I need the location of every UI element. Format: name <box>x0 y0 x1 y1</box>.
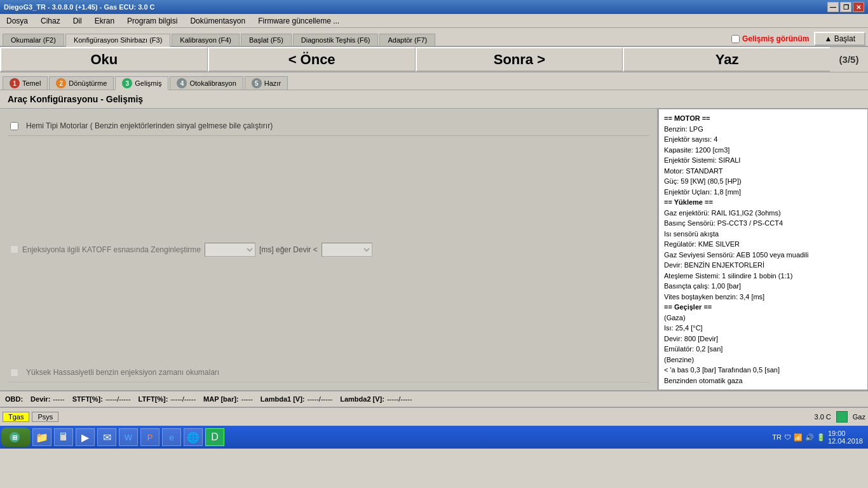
lambda1-item: Lambda1 [V]: -----/----- <box>261 395 332 403</box>
app-title: DiegoG3_TR - 3.0.8.0 (+1.45) - Gas ECU: … <box>4 3 155 11</box>
taskbar-icon-folder[interactable]: 📁 <box>32 428 51 446</box>
map-item: MAP [bar]: ----- <box>203 395 253 403</box>
obd-label: OBD: <box>5 395 23 403</box>
taskbar-row: Tgas Psys 3.0 C Gaz <box>0 407 868 426</box>
step-badge-3: 3 <box>122 78 132 88</box>
info-line: Basınçta çalış: 1,00 [bar] <box>664 281 862 292</box>
menu-firmware[interactable]: Firmware güncelleme ... <box>254 15 343 27</box>
katoff-select2[interactable] <box>322 243 372 257</box>
yuksek-option-row: Yüksek Hassasiyetli benzin enjeksiyon za… <box>8 363 649 383</box>
tab-kalibrasyon[interactable]: Kalibrasyon (F4) <box>172 34 240 46</box>
title-bar: DiegoG3_TR - 3.0.8.0 (+1.45) - Gas ECU: … <box>0 0 868 14</box>
step-label-1: Temel <box>22 79 41 87</box>
status-bar: OBD: Devir: ----- STFT[%]: -----/----- L… <box>0 390 868 407</box>
step-badge-4: 4 <box>177 78 187 88</box>
katoff-ms-label: [ms] eğer Devir < <box>259 245 318 254</box>
oku-button[interactable]: Oku <box>0 47 208 72</box>
info-line: Benzinden otomatik gaza <box>664 376 862 386</box>
once-button[interactable]: < Önce <box>208 47 416 72</box>
step-tab-hazir[interactable]: 5 Hazır <box>245 76 288 90</box>
devir-item: Devir: ----- <box>31 395 65 403</box>
info-line: Basınç Sensörü: PS-CCT3 / PS-CCT4 <box>664 218 862 229</box>
info-line: Ateşleme Sistemi: 1 silindire 1 bobin (1… <box>664 271 862 281</box>
close-button[interactable]: ✕ <box>853 2 864 12</box>
taskbar-icon-email[interactable]: ✉ <box>97 428 116 446</box>
info-line: Vites boştayken benzin: 3,4 [ms] <box>664 292 862 302</box>
left-panel: Hemi Tipi Motorlar ( Benzin enjektörleri… <box>0 109 658 390</box>
psys-button[interactable]: Psys <box>32 412 58 422</box>
taskbar-icon-word[interactable]: W <box>119 428 138 446</box>
stft-item: STFT[%]: -----/----- <box>72 395 131 403</box>
page-title: Araç Konfigürasyonu - Gelişmiş <box>0 90 868 109</box>
taskbar-icon-chrome[interactable]: 🌐 <box>184 428 203 446</box>
step-tab-otokalib[interactable]: 4 Otokalibrasyon <box>170 76 243 90</box>
tgas-button[interactable]: Tgas <box>3 412 29 422</box>
volume-icon: 🔊 <box>805 433 814 442</box>
info-line: < 'a bas 0,3 [bar] Tarafından 0,5 [san] <box>664 365 862 376</box>
menu-cihaz[interactable]: Cihaz <box>37 15 64 27</box>
info-line: Devir: 800 [Devir] <box>664 334 862 344</box>
menu-dil[interactable]: Dil <box>69 15 86 27</box>
advanced-checkbox[interactable] <box>731 35 740 43</box>
katoff-checkbox[interactable] <box>10 245 18 254</box>
menu-dokum[interactable]: Dokümentasyon <box>186 15 249 27</box>
info-line: == Geçişler == <box>664 302 862 313</box>
info-line: Güç: 59 [KW] (80,5 [HP]) <box>664 176 862 187</box>
toolbar-counter: (3/5) <box>830 47 868 72</box>
yuksek-label: Yüksek Hassasiyetli benzin enjeksiyon za… <box>26 368 219 377</box>
step-label-3: Gelişmiş <box>135 79 161 87</box>
info-line: Isı: 25,4 [°C] <box>664 323 862 334</box>
info-line: Enjektör Sistemi: SIRALI <box>664 155 862 166</box>
taskbar-icon-media[interactable]: ▶ <box>76 428 95 446</box>
windows-start-button[interactable]: ⊞ <box>1 428 31 447</box>
info-line: Kapasite: 1200 [cm3] <box>664 145 862 156</box>
step-label-4: Otokalibrasyon <box>189 79 236 87</box>
tab-konfigurasyon[interactable]: Konfigürasyon Sihirbazı (F3) <box>65 34 170 47</box>
fuel-label: Gaz <box>853 413 865 421</box>
minimize-button[interactable]: — <box>827 2 839 12</box>
step-tab-temel[interactable]: 1 Temel <box>3 76 48 90</box>
tab-adaptor[interactable]: Adaptör (F7) <box>379 34 435 46</box>
lang-indicator: TR <box>772 433 782 441</box>
sonra-button[interactable]: Sonra > <box>416 47 623 72</box>
yuksek-checkbox[interactable] <box>10 369 18 377</box>
step-tab-donusturme[interactable]: 2 Dönüştürme <box>49 76 114 90</box>
advanced-label: Gelişmiş görünüm <box>742 34 809 43</box>
tab-baslat[interactable]: Başlat (F5) <box>241 34 292 46</box>
info-line: Gaz Seviyesi Sensörü: AEB 1050 veya muad… <box>664 250 862 261</box>
tab-diagnostik[interactable]: Diagnostik Teşhis (F6) <box>293 34 379 46</box>
taskbar-icon-app[interactable]: D <box>205 428 224 446</box>
restore-button[interactable]: ❐ <box>840 2 851 12</box>
menu-dosya[interactable]: Dosya <box>3 15 32 27</box>
katoff-select1[interactable] <box>205 243 255 257</box>
katoff-row: Enjeksiyonla ilgili KATOFF esnasında Zen… <box>8 240 649 259</box>
menu-bar: Dosya Cihaz Dil Ekran Program bilgisi Do… <box>0 14 868 28</box>
yaz-button[interactable]: Yaz <box>623 47 830 72</box>
taskbar-icon-ppt[interactable]: P <box>140 428 159 446</box>
tab-okumalar[interactable]: Okumalar (F2) <box>3 34 64 46</box>
taskbar-icon-ie[interactable]: e <box>162 428 181 446</box>
info-line: Devir: BENZİN ENJEKTORLERİ <box>664 260 862 271</box>
taskbar-icon-calc[interactable]: 🖩 <box>54 428 73 446</box>
version-label: 3.0 C <box>815 413 831 421</box>
step-badge-1: 1 <box>10 78 20 88</box>
ltft-item: LTFT[%]: -----/----- <box>139 395 196 403</box>
info-line: Motor: STANDART <box>664 166 862 177</box>
info-line: Enjektör sayısı: 4 <box>664 134 862 145</box>
step-badge-5: 5 <box>252 78 262 88</box>
info-line: Regülatör: KME SILVER <box>664 239 862 250</box>
advanced-check: Gelişmiş görünüm <box>731 34 809 43</box>
right-panel[interactable]: == MOTOR ==Benzin: LPGEnjektör sayısı: 4… <box>658 109 868 390</box>
step-badge-2: 2 <box>56 78 66 88</box>
menu-program[interactable]: Program bilgisi <box>123 15 181 27</box>
katoff-label: Enjeksiyonla ilgili KATOFF esnasında Zen… <box>22 245 201 254</box>
taskbar-system-tray: TR 🛡 📶 🔊 🔋 19:00 12.04.2018 <box>772 430 867 445</box>
antivirus-icon: 🛡 <box>784 433 791 441</box>
info-line: Enjektör Uçları: 1,8 [mm] <box>664 187 862 198</box>
hemi-checkbox[interactable] <box>10 122 18 130</box>
menu-ekran[interactable]: Ekran <box>91 15 118 27</box>
start-button[interactable]: ▲ Başlat <box>814 32 865 46</box>
step-label-5: Hazır <box>264 79 281 87</box>
info-line: == MOTOR == <box>664 113 862 124</box>
step-tab-gelismis[interactable]: 3 Gelişmiş <box>115 76 168 90</box>
